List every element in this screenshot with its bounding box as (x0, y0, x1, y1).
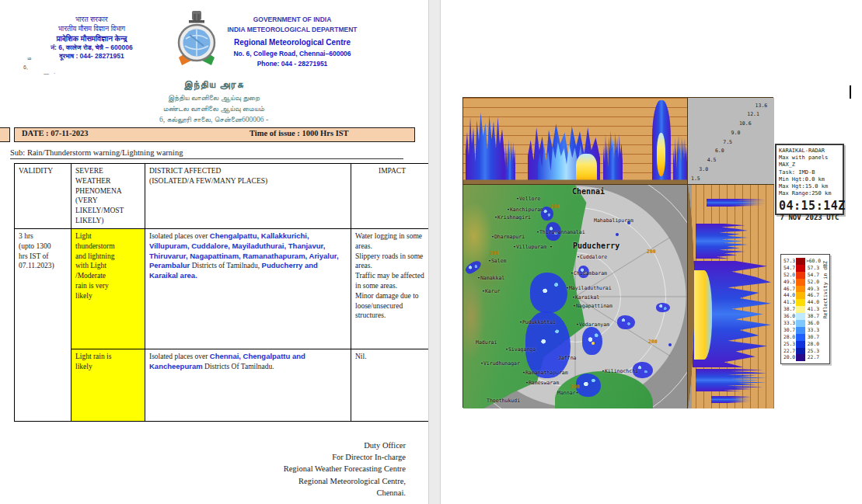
district-cell: Isolated places over Chennai, Chengalpat… (145, 349, 351, 421)
range-ring-label: 200 (647, 249, 656, 255)
map-label: •Rameswaram (525, 380, 559, 386)
issue-date: DATE : 07-11-2023 (22, 129, 89, 137)
radar-image: 13.612.110.69.07.56.04.53.01.5 Chennai•V… (462, 97, 773, 408)
map-label: •Karaikal (572, 294, 599, 301)
hindi-line: प्रादेशिक मौसमविज्ञान केन्द्र (40, 33, 143, 43)
colorbar-row: 52.054.7 (783, 272, 819, 279)
date-bar-bleed (0, 127, 10, 142)
corner-panel: 13.612.110.69.07.56.04.53.01.5 (688, 98, 774, 185)
validity-cell: 3 hrs (upto 1300 hrs IST of 07.11.2023) (15, 228, 72, 421)
height-label: 10.6 (739, 120, 752, 127)
reflectivity-legend: 57.3>60.054.757.352.054.749.352.046.749.… (780, 254, 830, 364)
colorbar-row: 36.038.7 (783, 313, 819, 320)
colorbar-row: 54.757.3 (783, 265, 819, 272)
issue-time: Time of issue : 1000 Hrs IST (250, 129, 349, 137)
radar-date: 7 NOV 2023 UTC (779, 214, 840, 223)
colorbar-row: 44.046.7 (783, 292, 819, 299)
hindi-line: दूरभाष : 044- 28271951 (40, 52, 143, 61)
radar-top-cross-section (463, 98, 688, 185)
map-label: •Vedaranyam (576, 322, 609, 328)
tamil-line: இந்திய வானிலை ஆய்வு துறை (93, 92, 334, 103)
map-label: •Karur (482, 288, 500, 294)
signature-line: For Director In-charge (194, 451, 406, 463)
range-ring-label: 200 (648, 339, 658, 345)
ashoka-emblem-icon (192, 11, 201, 20)
hindi-line: भारत सरकार (40, 16, 143, 25)
height-label: 12.1 (747, 111, 759, 117)
map-label: Puducherry (573, 242, 619, 250)
map-label: •Ramanathapuram (522, 370, 568, 376)
edge-text-fragment: 6, (23, 64, 28, 70)
header-impact: IMPACT (351, 164, 434, 229)
range-ring-label: 200 (550, 203, 560, 210)
warning-document-page: भारत सरकार भारतीय मौसम विज्ञान विभाग प्र… (0, 0, 424, 504)
map-label: •Chidambaram (571, 270, 607, 276)
english-line: INDIA METEOROLOGICAL DEPARTMENT (224, 25, 361, 35)
district-mid: Districts Of Tamilnadu. (203, 363, 274, 370)
header-phenomena: SEVERE WEATHER PHENOMENA (VERY LIKELY/MO… (72, 164, 145, 229)
colorbar-row: 33.336.0 (783, 320, 819, 327)
signature-line: Regional Meteorological Centre, (194, 475, 406, 487)
rain-echo (582, 327, 602, 355)
map-label: •Sivaganga (505, 346, 536, 353)
colorbar-row: 20.022.7 (783, 354, 819, 361)
district-cell: Isolated places over Chengalpattu, Kalla… (145, 228, 351, 349)
signature-line: Chennai. (194, 487, 406, 499)
info-line: Task: IMD-B (779, 169, 840, 176)
english-line: Phone: 044 - 28271951 (224, 59, 361, 69)
english-line: Regional Meteorological Centre (224, 36, 361, 49)
tamil-title: இந்திய அரசு (93, 77, 334, 92)
radar-right-cross-section (688, 185, 774, 408)
radar-info-box: KARAIKAL-RADAR Max with panels MAX_Z Tas… (775, 144, 844, 215)
height-label: 3.0 (699, 166, 708, 172)
edge-text-fragment: ம (27, 55, 31, 61)
height-label: 4.5 (707, 157, 717, 163)
date-bar: DATE : 07-11-2023 Time of issue : 1000 H… (14, 127, 415, 142)
letterhead-tamil: இந்திய அரசு இந்திய வானிலை ஆய்வு துறை மண்… (93, 77, 334, 125)
hindi-line: नं: 6, कालेज रोड, चेन्नै – 600006 (40, 43, 143, 52)
map-panel: Chennai•Vellore•KanchipuramMahabalipuram… (463, 185, 688, 408)
map-label: Thoothukudi (487, 398, 520, 404)
map-label: •Cuddalore (577, 254, 607, 260)
impact-cell: Water logging in some areas. Slippery ro… (351, 228, 434, 349)
radar-timestamp: 04:15:14Z (779, 199, 840, 214)
colorbar-row: 38.741.3 (783, 306, 819, 313)
info-line: Max Range:250 km (779, 190, 840, 197)
warning-table: VALIDITY SEVERE WEATHER PHENOMENA (VERY … (14, 163, 434, 422)
info-line: Max with panels (779, 155, 840, 162)
impact-cell: Nil. (351, 349, 434, 421)
district-mid: Districts of Tamilnadu, (190, 262, 261, 269)
map-label: Jaffna (558, 355, 576, 361)
signature-line: Regional Weather Forecasting Centre (194, 463, 406, 474)
colorbar-rows: 57.3>60.054.757.352.054.749.352.046.749.… (783, 258, 819, 361)
terrain-profile (463, 149, 687, 184)
height-label: 9.0 (731, 130, 741, 136)
table-header-row: VALIDITY SEVERE WEATHER PHENOMENA (VERY … (15, 164, 434, 229)
colorbar-row: 57.3>60.0 (783, 258, 819, 265)
colorbar-row: 41.344.0 (783, 299, 819, 306)
range-ring-label: 200 (490, 250, 499, 256)
info-line: Max Hgt:15.0 km (779, 183, 840, 190)
map-label: •Krishnagiri (494, 214, 531, 221)
english-line: GOVERNMENT OF INDIA (224, 15, 361, 25)
map-label: •Nagapattinam (573, 303, 612, 309)
edge-text-fragment: — · (44, 71, 57, 76)
map-label: Madurai (476, 339, 497, 346)
colorbar-row: 49.352.0 (783, 279, 819, 286)
subject-line: Sub: Rain/Thunderstorm warning/Lightning… (10, 148, 403, 159)
terrain-profile (688, 185, 724, 408)
range-ring-label: 200 (571, 384, 580, 390)
map-label: •Namakkal (477, 275, 504, 281)
rain-echo (656, 303, 670, 312)
colorbar-row: 25.328.0 (783, 341, 819, 348)
table-row: 3 hrs (upto 1300 hrs IST of 07.11.2023) … (15, 228, 434, 349)
colorbar-row: 46.749.3 (783, 286, 819, 293)
vertical-scrollbar[interactable] (428, 0, 441, 504)
height-label: 13.6 (756, 103, 768, 109)
map-label: •Kanchipuram (507, 207, 543, 213)
header-district: DISTRICT AFFECTED (ISOLATED/A FEW/MANY P… (145, 164, 351, 229)
imd-logo (173, 9, 221, 76)
header-validity: VALIDITY (15, 164, 72, 229)
district-prefix: Isolated places over (149, 353, 210, 360)
height-label: 6.0 (715, 148, 724, 154)
